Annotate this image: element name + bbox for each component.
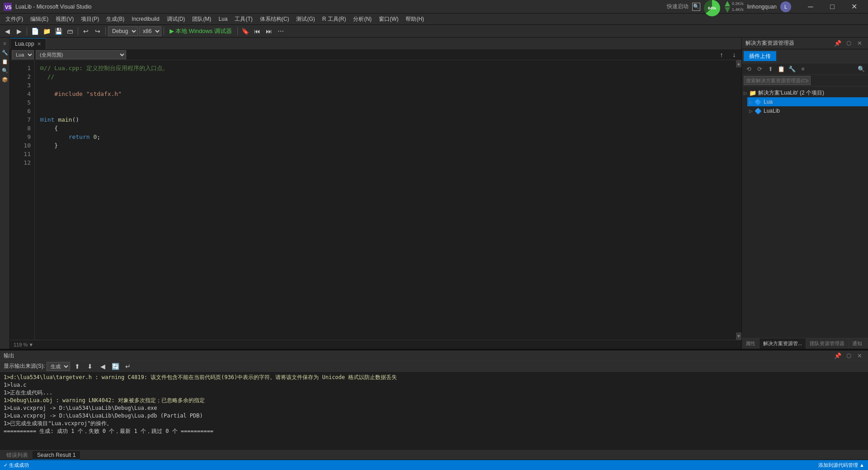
sidebar-icon-3[interactable]: 📋 [1, 57, 9, 66]
rp-search-btn[interactable]: 🔍 [856, 64, 866, 74]
sidebar-icon-5[interactable]: 📦 [1, 76, 9, 84]
rp-toolbar-btn-2[interactable]: ⟳ [755, 64, 764, 74]
menu-window[interactable]: 窗口(W) [375, 14, 402, 24]
toolbar-forward-btn[interactable]: ▶ [14, 26, 24, 36]
menu-incredibuild[interactable]: Incredibuild [128, 14, 163, 24]
menu-test[interactable]: 测试(G) [292, 14, 318, 24]
output-line-7: 1>已完成生成项目"Lua.vcxproj"的操作。 [4, 420, 864, 427]
output-close-btn[interactable]: ✕ [854, 351, 864, 361]
solution-root-arrow: ▷ [744, 90, 747, 95]
scroll-down-btn[interactable]: ▼ [736, 332, 741, 340]
lua-arrow: ▷ [749, 100, 753, 104]
line-numbers: 1 2 3 4 5 6 7 8 9 10 11 12 [10, 60, 35, 340]
toolbar-open-btn[interactable]: 📁 [41, 26, 52, 36]
menu-tools[interactable]: 工具(T) [231, 14, 256, 24]
close-button[interactable]: ✕ [844, 0, 864, 14]
rp-tab-properties[interactable]: 属性 [742, 338, 760, 349]
tab-search-result-1[interactable]: Search Result 1 [33, 451, 80, 460]
output-hscrollbar[interactable] [0, 446, 868, 450]
tree-item-lua[interactable]: ▷ 🔷 Lua [747, 97, 868, 106]
toolbar-more-btn[interactable]: ⋯ [275, 26, 286, 36]
toolbar-saveall-btn[interactable]: 🗃 [65, 26, 75, 36]
menu-debug[interactable]: 调试(D) [163, 14, 189, 24]
bottom-panel: 输出 📌 ⬡ ✕ 显示输出来源(S): 生成 ⬆ ⬇ ◀ 🔄 ↵ 1>d:\lu… [0, 351, 868, 450]
output-right-btn[interactable]: 🔄 [110, 361, 121, 371]
toolbar-sep-4 [164, 27, 164, 35]
scroll-track[interactable] [736, 67, 741, 332]
toolbar-sep-2 [78, 27, 78, 35]
sidebar-toolbox[interactable]: 🔧 [1, 48, 9, 57]
rp-tab-solution[interactable]: 解决方案资源管... [760, 338, 806, 349]
menu-r-tools[interactable]: R 工具(R) [319, 14, 350, 24]
minimize-button[interactable]: ─ [800, 0, 821, 14]
function-scope-select[interactable]: (全局范围) [36, 50, 126, 59]
code-editor[interactable]: 1 2 3 4 5 6 7 8 9 10 11 12 ⊟// Lua.cpp: … [10, 60, 741, 340]
rp-tab-notify[interactable]: 通知 [849, 338, 866, 349]
status-build-success[interactable]: ✓ 生成成功 [4, 462, 29, 469]
rp-toolbar-btn-3[interactable]: ⬆ [765, 64, 775, 74]
toolbar-new-btn[interactable]: 📄 [29, 26, 40, 36]
toolbar-back-btn[interactable]: ◀ [2, 26, 13, 36]
run-button[interactable]: ▶ 本地 Windows 调试器 [166, 26, 235, 36]
solution-search-input[interactable] [744, 76, 811, 85]
solution-root[interactable]: ▷ 📁 解决方案'LuaLib' (2 个项目) [742, 88, 868, 97]
output-left-btn[interactable]: ◀ [97, 361, 108, 371]
rp-toolbar-btn-4[interactable]: 📋 [776, 64, 786, 74]
menu-architecture[interactable]: 体系结构(C) [256, 14, 293, 24]
editor-vscrollbar[interactable]: ▲ ▼ [736, 60, 741, 340]
code-content[interactable]: ⊟// Lua.cpp: 定义控制台应用程序的入口点。 // #include … [35, 60, 736, 340]
solution-explorer-header: 解决方案资源管理器 📌 ⬡ ✕ [742, 38, 868, 49]
toolbar-save-btn[interactable]: 💾 [53, 26, 64, 36]
rp-float-btn[interactable]: ⬡ [844, 38, 854, 48]
upload-button[interactable]: 插件上传 [744, 51, 776, 61]
menu-file[interactable]: 文件(F) [2, 14, 27, 24]
toolbar-undo-btn[interactable]: ↩ [80, 26, 91, 36]
sidebar-server-explorer[interactable]: ≡ [1, 39, 9, 47]
tree-item-lualib[interactable]: ▷ 🔷 LuaLib [747, 106, 868, 115]
solution-search-area [742, 75, 868, 86]
zoom-dropdown-btn[interactable]: ▼ [28, 342, 33, 347]
sidebar-icon-4[interactable]: 🔍 [1, 66, 9, 75]
tab-lua-cpp[interactable]: Lua.cpp ✕ [10, 38, 46, 49]
editor-up-btn[interactable]: ↑ [716, 50, 727, 60]
menu-edit[interactable]: 编辑(E) [27, 14, 52, 24]
platform-select[interactable]: x86 [139, 26, 161, 36]
toolbar-redo-btn[interactable]: ↪ [92, 26, 103, 36]
output-down-btn[interactable]: ⬇ [85, 361, 95, 371]
menu-build[interactable]: 生成(B) [103, 14, 128, 24]
rp-toolbar-btn-5[interactable]: 🔧 [787, 64, 797, 74]
window-title: LuaLib - Microsoft Visual Studio [15, 4, 667, 10]
output-float-btn[interactable]: ⬡ [844, 351, 854, 361]
editor-down-btn[interactable]: ↓ [729, 50, 740, 60]
toolbar-bookmark-btn[interactable]: 🔖 [240, 26, 251, 36]
output-up-btn[interactable]: ⬆ [72, 361, 83, 371]
zoom-level[interactable]: 119 % [14, 342, 28, 347]
toolbar-bp2-btn[interactable]: ⏭ [264, 26, 274, 36]
config-select[interactable]: Debug [108, 26, 138, 36]
network-stats: 0.2K/s 1.4K/s [724, 0, 744, 14]
output-header: 输出 📌 ⬡ ✕ [0, 351, 868, 361]
rp-toolbar-btn-6[interactable]: ≡ [798, 64, 808, 74]
tab-error-list[interactable]: 错误列表 [2, 451, 33, 460]
scope-select[interactable]: Lua [12, 50, 34, 59]
status-source-control[interactable]: 添加到源代码管理 ▲ [818, 462, 864, 469]
tab-lua-cpp-close[interactable]: ✕ [37, 41, 41, 47]
menu-lua[interactable]: Lua [215, 14, 231, 24]
menu-view[interactable]: 视图(V) [52, 14, 77, 24]
rp-tab-team[interactable]: 团队资源管理器 [806, 338, 849, 349]
rp-toolbar-btn-1[interactable]: ⟲ [744, 64, 754, 74]
toolbar-bp1-btn[interactable]: ⏮ [252, 26, 263, 36]
maximize-button[interactable]: □ [822, 0, 843, 14]
rp-close-btn[interactable]: ✕ [854, 38, 864, 48]
menu-team[interactable]: 团队(M) [189, 14, 215, 24]
window-controls[interactable]: ─ □ ✕ [800, 0, 864, 14]
search-icon[interactable]: 🔍 [692, 3, 700, 11]
output-pin-btn[interactable]: 📌 [833, 351, 843, 361]
menu-project[interactable]: 项目(P) [77, 14, 103, 24]
scroll-up-btn[interactable]: ▲ [736, 60, 741, 67]
rp-pin-btn[interactable]: 📌 [833, 38, 843, 48]
output-wrap-btn[interactable]: ↵ [123, 361, 133, 371]
menu-analyze[interactable]: 分析(N) [349, 14, 375, 24]
menu-help[interactable]: 帮助(H) [402, 14, 428, 24]
output-source-select[interactable]: 生成 [47, 362, 70, 371]
